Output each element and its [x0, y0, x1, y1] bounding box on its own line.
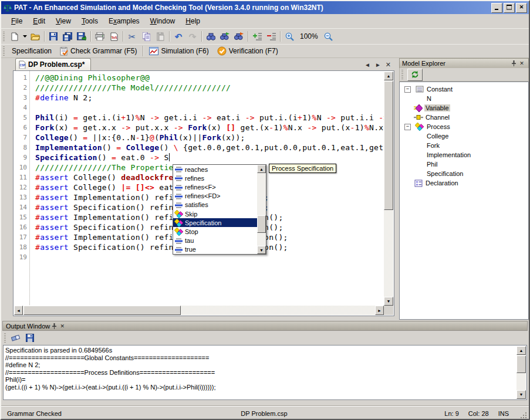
code-line-5[interactable]: Phil(i) = get.i.(i+1)%N -> get.i.i -> ea…: [35, 113, 384, 123]
autocomplete-item-reaches[interactable]: reaches: [173, 165, 257, 174]
autocomplete-item-satisfies[interactable]: satisfies: [173, 201, 257, 209]
code-line-9[interactable]: Specification() = eat.0 -> S: [35, 153, 384, 162]
code-line-8[interactable]: Implementation() = College() \ {get.0.0,…: [35, 143, 384, 153]
tab-scroll-right-icon[interactable]: ►: [375, 62, 381, 68]
scroll-up-icon[interactable]: ▲: [257, 165, 266, 173]
scroll-right-icon[interactable]: ►: [375, 306, 384, 315]
increase-indent-button[interactable]: [250, 30, 264, 43]
menu-tools[interactable]: Tools: [76, 15, 103, 27]
autocomplete-item-refines<f>[interactable]: refines<F>: [173, 182, 257, 191]
autocomplete-item-tau[interactable]: tau: [173, 236, 257, 245]
tab-close-icon[interactable]: ✕: [386, 61, 391, 69]
clear-output-button[interactable]: [9, 331, 23, 344]
refresh-button[interactable]: [407, 69, 423, 81]
scroll-up-icon[interactable]: ▲: [384, 72, 393, 80]
menu-edit[interactable]: Edit: [28, 15, 50, 27]
save-all-button[interactable]: [60, 30, 75, 43]
verification-button[interactable]: Verification (F7): [213, 45, 282, 57]
code-line-1[interactable]: //@@Dining Philosopher@@: [35, 73, 384, 83]
minimize-button[interactable]: [491, 3, 502, 13]
open-file-button[interactable]: [28, 30, 42, 43]
tab-scroll-left-icon[interactable]: ◄: [364, 62, 370, 68]
cut-button[interactable]: ✂: [125, 30, 139, 43]
tree-item-process[interactable]: −Process: [400, 122, 528, 131]
find-replace-button[interactable]: [232, 30, 246, 43]
simulation-button[interactable]: Simulation (F6): [145, 46, 212, 56]
tree-item-constant[interactable]: −Constant: [400, 84, 528, 94]
tree-item-specification[interactable]: Specification: [400, 169, 528, 178]
close-panel-icon[interactable]: ✕: [58, 322, 66, 330]
undo-button[interactable]: ↶: [171, 30, 185, 43]
close-button[interactable]: ✕: [516, 3, 527, 13]
save-as-button[interactable]: [75, 30, 89, 43]
output-text-area[interactable]: Specification is parsed in 0.6849566s//=…: [3, 345, 527, 400]
tree-item-n[interactable]: N: [400, 94, 528, 103]
find-button[interactable]: [204, 30, 218, 43]
specification-mode-button[interactable]: Specification: [8, 46, 56, 56]
menu-view[interactable]: View: [50, 15, 76, 27]
zoom-level-label[interactable]: 100%: [296, 32, 322, 40]
decrease-indent-button[interactable]: [264, 30, 278, 43]
autocomplete-item-true[interactable]: true: [173, 245, 257, 254]
autocomplete-item-refines<fd>[interactable]: refines<FD>: [173, 192, 257, 201]
menu-window[interactable]: Window: [145, 15, 181, 27]
toolbar-grip[interactable]: [4, 333, 6, 343]
scroll-down-icon[interactable]: ▼: [517, 390, 526, 399]
toolbar-grip[interactable]: [3, 46, 5, 56]
copy-button[interactable]: [139, 30, 153, 43]
menu-file[interactable]: File: [6, 15, 28, 27]
zoom-in-button[interactable]: [282, 30, 296, 43]
code-line-2[interactable]: ////////////////The Model///////////////…: [35, 83, 384, 93]
editor-vertical-scrollbar[interactable]: ▲ ▼: [384, 72, 393, 306]
menu-help[interactable]: Help: [180, 15, 205, 27]
redo-button[interactable]: ↷: [185, 30, 200, 43]
paste-button[interactable]: [153, 30, 167, 43]
autocomplete-item-stop[interactable]: Stop: [173, 227, 257, 236]
tree-item-channel[interactable]: Channel: [400, 113, 528, 122]
new-file-dropdown[interactable]: [22, 30, 28, 43]
pin-icon[interactable]: [50, 322, 58, 330]
autocomplete-item-skip[interactable]: Skip: [173, 209, 257, 218]
scroll-left-icon[interactable]: ◄: [14, 306, 23, 315]
maximize-button[interactable]: [504, 3, 515, 13]
code-line-6[interactable]: Fork(x) = get.x.x -> put.x.x -> Fork(x) …: [35, 123, 384, 133]
code-line-7[interactable]: College() = ||x:{0..N-1}@(Phil(x)||Fork(…: [35, 133, 384, 143]
toolbar-grip[interactable]: [3, 32, 5, 41]
print-button[interactable]: [93, 30, 107, 43]
editor-horizontal-scrollbar[interactable]: ◄ ►: [14, 306, 384, 315]
tree-item-fork[interactable]: Fork: [400, 141, 528, 150]
save-button[interactable]: [46, 30, 60, 43]
scroll-down-icon[interactable]: ▼: [257, 246, 266, 254]
save-output-button[interactable]: [23, 331, 37, 344]
tree-item-declaration[interactable]: Declaration: [400, 178, 528, 188]
collapse-icon[interactable]: −: [404, 86, 411, 93]
latex-export-button[interactable]: TeX: [107, 30, 121, 43]
menu-examples[interactable]: Examples: [103, 15, 145, 27]
find-next-button[interactable]: [218, 30, 232, 43]
horizontal-scroll-thumb[interactable]: [23, 306, 181, 315]
output-scrollbar[interactable]: ▲ ▼: [517, 346, 526, 399]
scroll-up-icon[interactable]: ▲: [517, 346, 526, 355]
close-panel-icon[interactable]: ✕: [518, 60, 526, 67]
tree-item-variable[interactable]: Variable: [400, 103, 528, 113]
autocomplete-scrollbar[interactable]: ▲ ▼: [257, 165, 266, 254]
scroll-down-icon[interactable]: ▼: [384, 297, 393, 306]
code-line-4[interactable]: [35, 103, 384, 113]
document-tab[interactable]: CSP DP Problem.csp*: [15, 58, 91, 70]
check-grammar-button[interactable]: Check Grammar (F5): [56, 46, 141, 57]
tree-item-phil[interactable]: Phil: [400, 160, 528, 169]
resize-grip[interactable]: [520, 412, 527, 419]
tree-item-college[interactable]: College: [400, 131, 528, 141]
tree-item-implementation[interactable]: Implementation: [400, 150, 528, 160]
new-file-button[interactable]: [8, 30, 22, 43]
pin-icon[interactable]: [509, 60, 518, 67]
output-scroll-thumb[interactable]: [517, 355, 526, 373]
toolbar-grip[interactable]: [401, 70, 403, 79]
autocomplete-scroll-thumb[interactable]: [257, 215, 266, 233]
vertical-scroll-thumb[interactable]: [384, 81, 393, 210]
autocomplete-item-specification[interactable]: Specification: [173, 218, 257, 227]
zoom-out-button[interactable]: [322, 30, 336, 43]
autocomplete-item-refines[interactable]: refines: [173, 174, 257, 182]
code-line-3[interactable]: #define N 2;: [35, 93, 384, 103]
collapse-icon[interactable]: −: [404, 124, 411, 130]
